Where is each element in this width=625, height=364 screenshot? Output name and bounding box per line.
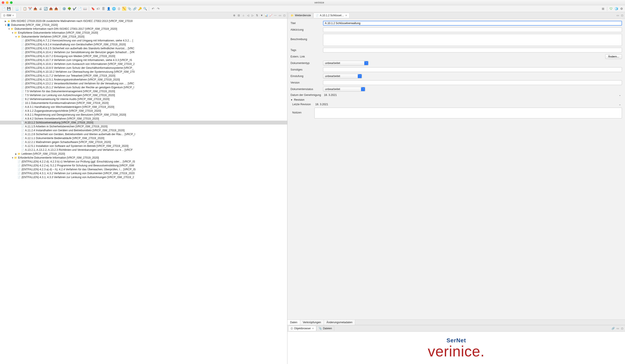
tree-row[interactable]: (ENTFALLEN) 4.2.3 a) d) – h); 4.2.4 Verf… xyxy=(0,168,287,171)
select-dokumentenstatus[interactable]: unbearbeitet xyxy=(323,87,365,91)
tree-row[interactable]: A.10.1.2 Schlüsselverwaltung [VRCP_ISM_2… xyxy=(0,121,287,125)
minimize-editor-icon[interactable]: ▭ xyxy=(616,13,620,17)
maximize-window-button[interactable] xyxy=(10,1,13,4)
collapse-icon[interactable]: ⊟ xyxy=(237,13,241,17)
tree-row[interactable]: ▼Erforderliche Dokumentierte Information… xyxy=(0,156,287,160)
button-aendern[interactable]: Ändern... xyxy=(605,54,622,59)
input-sonstiges[interactable] xyxy=(323,67,622,72)
link-icon[interactable]: 🔗 xyxy=(132,6,137,11)
tree-row[interactable]: (ENTFALLEN) 4.2.2 d); 4.2.3 b) c) Verfah… xyxy=(0,160,287,164)
key-icon[interactable]: 🔑 xyxy=(138,6,142,11)
date-dropdown-icon[interactable]: ⌄ xyxy=(618,93,622,97)
detail-tab-daten[interactable]: Daten xyxy=(287,320,300,325)
tree-row[interactable]: (ENTFALLEN) A.13.2.1 Verantwortlichkeite… xyxy=(0,82,287,85)
input-abkuerzung[interactable] xyxy=(323,27,622,32)
redo-icon[interactable]: ↷ xyxy=(156,6,160,11)
settings2-icon[interactable]: ⚙ xyxy=(619,6,624,11)
value-datum-genehmigung[interactable]: 18. 3.2021 xyxy=(323,93,618,97)
tree-row[interactable]: (ENTFALLEN) A.10.4.1 Verfahren zur Sensi… xyxy=(0,50,287,54)
new-icon[interactable]: 📄 xyxy=(1,6,6,11)
tree-row[interactable]: A.12.5.1 Installation von Software auf S… xyxy=(0,144,287,148)
input-notizen[interactable] xyxy=(314,108,622,118)
tree-row[interactable]: A.8.3.1 Handhabung von Wechseldatenträge… xyxy=(0,105,287,109)
tree-row[interactable]: (ENTFALLEN) A.10.10.2 Verfahren zur Über… xyxy=(0,70,287,74)
doc-icon[interactable]: 📄 xyxy=(77,6,82,11)
close-tab-icon[interactable]: ✕ xyxy=(345,14,347,17)
close-tab-icon[interactable]: ✕ xyxy=(12,14,14,17)
maximize-browser-icon[interactable]: ◻ xyxy=(620,327,624,330)
shield-green-icon[interactable]: 🛡 xyxy=(609,6,613,11)
tree-row[interactable]: ▼Empfohlene Dokumentierte Information [V… xyxy=(0,31,287,35)
fwd-icon[interactable]: ▷ xyxy=(250,13,254,17)
import-icon[interactable]: 📥 xyxy=(54,6,58,11)
sort-icon[interactable]: ⇅ xyxy=(255,13,259,17)
tree-row[interactable]: A.9.4.2 Sichere Anmeldeverfahren [VRCP_I… xyxy=(0,117,287,121)
print-icon[interactable]: 🖨 xyxy=(38,6,43,11)
tree-row[interactable]: ▼Dokumentierte Verfahren [VRCP_ISM_27019… xyxy=(0,35,287,39)
tab-objektbrowser[interactable]: ⟨⟩ Objektbrowser ✕ xyxy=(288,326,316,331)
refresh-icon[interactable]: 🔄 xyxy=(43,6,48,11)
tree-row[interactable]: A.11.1.5 Arbeiten in Sicherheitsbereiche… xyxy=(0,125,287,128)
book-icon[interactable]: 📖 xyxy=(83,6,87,11)
perspective-icon[interactable]: ⊞ xyxy=(601,6,605,11)
filter-icon[interactable]: 🔖 xyxy=(91,6,95,11)
select-dokumententyp[interactable]: unbearbeitet xyxy=(323,61,369,65)
minimize-view-icon[interactable]: ▭ xyxy=(278,13,282,17)
twist-icon[interactable]: ▼ xyxy=(8,28,10,30)
tag-icon[interactable]: 🏷 xyxy=(96,6,100,11)
twist-icon[interactable]: ▼ xyxy=(11,32,14,34)
tree-icon[interactable]: 🌳 xyxy=(67,6,71,11)
filter2-icon[interactable]: ▼ xyxy=(260,13,264,17)
globe-icon[interactable]: 🌐 xyxy=(112,6,116,11)
back-icon[interactable]: ◁ xyxy=(246,13,250,17)
paste-icon[interactable]: 📥 xyxy=(33,6,37,11)
close-window-button[interactable] xyxy=(2,1,4,4)
undo-icon[interactable]: ↶ xyxy=(151,6,155,11)
more-icon[interactable]: ⋯ xyxy=(273,13,277,17)
tree-row[interactable]: (ENTFALLEN) A.9.2.5 Sicherheit von außer… xyxy=(0,46,287,50)
editor-tab-wetterdienste[interactable]: Wetterdienste xyxy=(288,13,313,18)
input-tags[interactable] xyxy=(323,48,622,53)
tree-row[interactable]: (ENTFALLEN) A.10.8.5 Verfahren zum Schut… xyxy=(0,66,287,70)
tree-row[interactable]: (ENTFALLEN) 4.2.2 e); 5.2.2 Programme fü… xyxy=(0,164,287,168)
minimize-window-button[interactable] xyxy=(6,1,8,4)
chart2-icon[interactable]: 📈 xyxy=(269,13,273,17)
close-tab-icon[interactable]: ✕ xyxy=(312,327,314,330)
maximize-view-icon[interactable]: ◻ xyxy=(282,13,286,17)
tree-row[interactable]: A.9.1.2 Zugangssteuerungsrichtlinie [VRC… xyxy=(0,109,287,113)
value-letzte-revision[interactable]: 18. 3.2021 xyxy=(314,103,618,106)
twist-icon[interactable]: ▼ xyxy=(15,36,17,38)
maximize-editor-icon[interactable]: ◻ xyxy=(620,13,624,17)
date-dropdown-icon[interactable]: ⌄ xyxy=(618,103,622,106)
link-toggle-icon[interactable]: 🔗 xyxy=(611,327,615,330)
tree-row[interactable]: A.13.2.1, A.13.2.2, A.13.2.3 Richtlinien… xyxy=(0,148,287,152)
input-titel[interactable] xyxy=(323,21,622,26)
tree-row[interactable]: ▼Dokumente [VRCP_ISM_27019_2020] xyxy=(0,23,287,27)
gear-icon[interactable]: ⚙️ xyxy=(62,6,66,11)
chart-icon[interactable]: 📊 xyxy=(264,13,268,17)
tree-row[interactable]: (ENTFALLEN) 4.3.1; 4.3.3 Verfahren zur L… xyxy=(0,175,287,179)
tree-row[interactable]: (ENTFALLEN) A.12.5.1 Änderungskontrollve… xyxy=(0,78,287,82)
twist-icon[interactable]: ▼ xyxy=(4,24,7,26)
detail-tab-aenderungsmetadaten[interactable]: Änderungsmetadaten xyxy=(324,320,355,325)
tree-row[interactable]: A.11.2.4 Instandhalten von Geräten und B… xyxy=(0,128,287,132)
tree-row[interactable]: (ENTFALLEN) A.11.7.2 Verfahren zur Telea… xyxy=(0,74,287,78)
tab-dateien[interactable]: 📎 Dateien xyxy=(316,326,334,331)
expand-icon[interactable]: ⊕ xyxy=(232,13,236,17)
attach-icon[interactable]: 📎 xyxy=(127,6,131,11)
tree-row[interactable]: A.12.2.1 Maßnahmen gegen Schadsoftware [… xyxy=(0,140,287,144)
select-einstufung[interactable]: unbearbeitet xyxy=(323,74,362,79)
twist-icon[interactable]: ▶ xyxy=(4,20,7,22)
minimize-browser-icon[interactable]: ▭ xyxy=(616,327,620,330)
tree-row[interactable]: A.12.1.1 Dokumentierte Bedienabläufe [VR… xyxy=(0,136,287,140)
twist-icon[interactable]: ▶ xyxy=(15,153,17,155)
code-icon[interactable]: ⟨⟩ xyxy=(117,6,121,11)
tree-row[interactable]: (ENTFALLEN) A.10.8.1 Verfahren zum Austa… xyxy=(0,62,287,66)
edit-icon[interactable]: ✏️ xyxy=(122,6,126,11)
tree-row[interactable]: 7.5 Verfahren zur Lenkung von Aufzeichnu… xyxy=(0,93,287,97)
tree-row[interactable]: (ENTFALLEN) A.7.2.2 Kennzeichnung von un… xyxy=(0,39,287,43)
detail-tab-verknuepfungen[interactable]: Verknüpfungen xyxy=(300,320,324,325)
input-beschreibung[interactable] xyxy=(323,34,622,46)
home-icon[interactable]: ⌂ xyxy=(241,13,245,17)
tree-row[interactable]: (ENTFALLEN) A.10.7.2 Entsorgung von Medi… xyxy=(0,54,287,58)
